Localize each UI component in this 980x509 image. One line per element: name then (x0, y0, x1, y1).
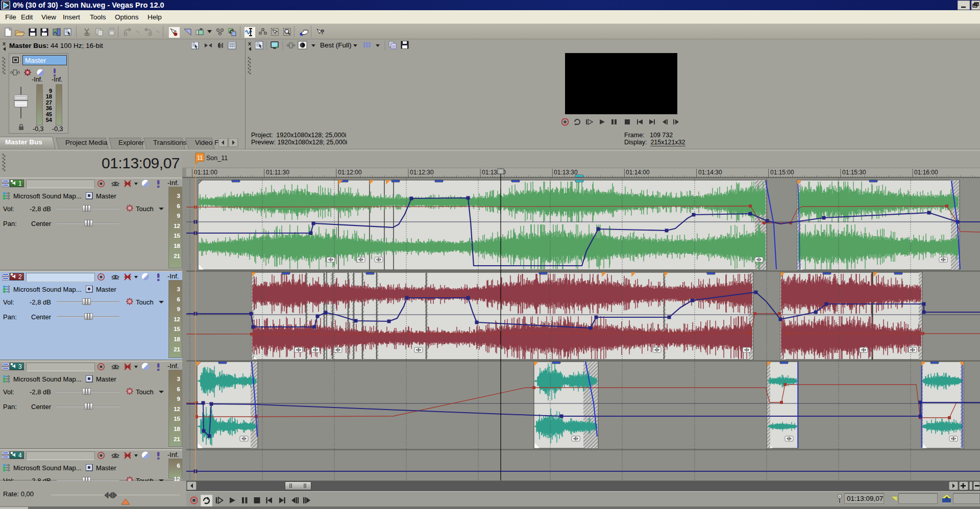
svg-text:01:13:30: 01:13:30 (554, 169, 578, 176)
svg-text:Son_11: Son_11 (206, 155, 228, 162)
svg-text:01:11:00: 01:11:00 (194, 169, 217, 176)
svg-text:01:15:30: 01:15:30 (842, 169, 866, 176)
svg-text:01:16:00: 01:16:00 (914, 169, 938, 176)
svg-text:01:12:30: 01:12:30 (410, 169, 434, 176)
svg-text:01:11:30: 01:11:30 (266, 169, 289, 176)
svg-text:01:14:00: 01:14:00 (626, 169, 650, 176)
svg-text:11: 11 (197, 155, 203, 161)
svg-text:01:15:00: 01:15:00 (770, 169, 794, 176)
svg-text:01:12:00: 01:12:00 (338, 169, 362, 176)
svg-text:01:14:30: 01:14:30 (698, 169, 722, 176)
